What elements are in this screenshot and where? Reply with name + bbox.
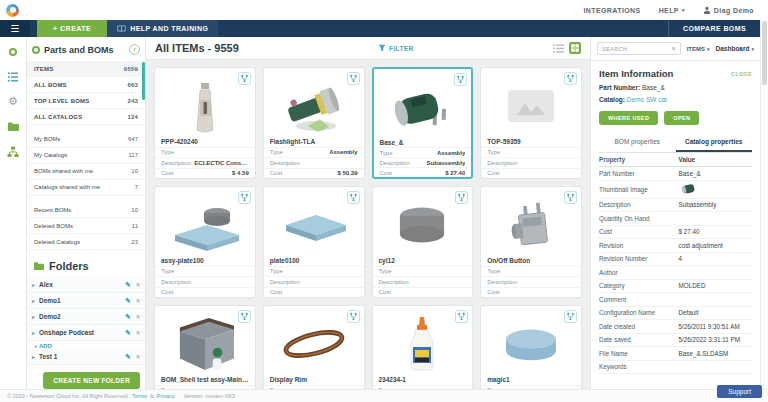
tab-catalog-properties[interactable]: Catalog properties — [676, 134, 753, 152]
where-used-button[interactable]: WHERE USED — [599, 111, 658, 125]
item-card-base-selected[interactable]: Base_& TypeAssembly DescriptionSubassemb… — [372, 67, 474, 179]
integrations-link[interactable]: INTEGRATIONS — [583, 7, 640, 14]
terms-link[interactable]: Terms — [132, 393, 147, 399]
branch-icon[interactable] — [564, 72, 577, 85]
hamburger-menu-icon[interactable]: ☰ — [0, 20, 30, 37]
folder-item-test-1[interactable]: ▸ Test 1 ✎ × — [27, 349, 145, 365]
collapse-sidebar-button[interactable]: ‹ — [129, 44, 140, 55]
clear-search-icon[interactable]: × — [672, 45, 676, 52]
compare-boms-button[interactable]: COMPARE BOMS — [668, 20, 760, 37]
item-card-cyl12[interactable]: cyl12 Type Description Cost — [372, 186, 474, 298]
app-body: ⚙ Parts and BOMs ‹ ITEMS9559 ALL BOMS663… — [0, 37, 768, 389]
sidebar-item-items[interactable]: ITEMS9559 — [27, 61, 145, 77]
item-card-234234-1[interactable]: 234234-1 Type Description Cost — [372, 305, 474, 389]
delete-x-icon[interactable]: × — [136, 297, 140, 304]
user-menu[interactable]: Diag Demo — [703, 6, 754, 14]
item-information-title: Item Information — [599, 68, 731, 79]
parts-and-boms-rail-icon[interactable] — [7, 45, 20, 58]
sidebar-scrollbar-thumb[interactable] — [142, 62, 145, 100]
search-input[interactable] — [602, 46, 672, 52]
edit-pencil-icon[interactable]: ✎ — [125, 353, 131, 361]
sidebar-item-top-level-boms[interactable]: TOP LEVEL BOMS243 — [27, 93, 145, 109]
edit-pencil-icon[interactable]: ✎ — [125, 281, 131, 289]
item-name: Flashlight-TLA — [264, 134, 364, 147]
edit-pencil-icon[interactable]: ✎ — [125, 313, 131, 321]
branch-icon[interactable] — [347, 310, 360, 323]
grid-view-icon[interactable] — [569, 42, 581, 54]
caret-right-icon[interactable]: ▸ — [32, 281, 35, 288]
open-button[interactable]: OPEN — [664, 111, 699, 125]
branch-icon[interactable] — [347, 191, 360, 204]
table-row: Date saved5/26/2022 3:31:11 PM — [599, 334, 752, 348]
sidebar-item-deleted-catalogs[interactable]: Deleted Catalogs23 — [27, 234, 145, 250]
item-card-assy-plate100[interactable]: assy-plate100 Type Description Cost — [154, 186, 256, 298]
search-box[interactable]: × — [597, 42, 681, 55]
branch-icon[interactable] — [238, 72, 251, 85]
create-new-folder-button[interactable]: CREATE NEW FOLDER — [43, 372, 140, 389]
item-card-top-59359[interactable]: TOP-59359 Type Description Cost — [480, 67, 582, 179]
create-button[interactable]: + CREATE — [37, 20, 107, 37]
item-name: Display Rim — [264, 372, 364, 385]
support-button[interactable]: Support — [717, 385, 762, 398]
scrollbar-thumb[interactable] — [762, 21, 767, 85]
add-folder-link[interactable]: + ADD — [27, 341, 145, 349]
page-scrollbar[interactable] — [760, 20, 768, 389]
help-and-training-button[interactable]: HELP AND TRAINING — [107, 20, 218, 37]
item-name: PPP-420240 — [155, 134, 255, 147]
bom-list-rail-icon[interactable] — [7, 70, 20, 83]
properties-table: Property Value Part NumberBase_& Thumbna… — [599, 153, 752, 389]
edit-pencil-icon[interactable]: ✎ — [125, 297, 131, 305]
help-menu[interactable]: HELP ▾ — [659, 7, 685, 14]
folder-item-demo2[interactable]: ▸ Demo2 ✎ × — [27, 309, 145, 325]
branch-icon[interactable] — [347, 72, 360, 85]
sidebar-item-my-boms[interactable]: My BOMs647 — [27, 132, 145, 148]
caret-right-icon[interactable]: ▸ — [32, 329, 35, 336]
edit-pencil-icon[interactable]: ✎ — [125, 329, 131, 337]
items-dropdown[interactable]: ITEMS ▾ — [687, 46, 710, 52]
branch-icon[interactable] — [454, 73, 467, 86]
privacy-link[interactable]: Privacy — [157, 393, 175, 399]
sidebar-item-recent-boms[interactable]: Recent BOMs10 — [27, 202, 145, 218]
item-card-on-off-button[interactable]: On/Off Button Type Description Cost — [480, 186, 582, 298]
caret-right-icon[interactable]: ▸ — [32, 353, 35, 360]
item-card-display-rim[interactable]: Display Rim Type Description Cost — [263, 305, 365, 389]
tab-bom-properties[interactable]: BOM properties — [599, 134, 676, 152]
branch-icon[interactable] — [238, 310, 251, 323]
app-logo[interactable] — [6, 4, 19, 17]
dashboard-dropdown[interactable]: Dashboard ▾ — [716, 45, 754, 52]
sidebar-item-catalogs-shared[interactable]: Catalogs shared with me7 — [27, 180, 145, 196]
item-name: assy-plate100 — [155, 253, 255, 266]
catalog-link[interactable]: Demo SW cat — [627, 96, 667, 103]
item-card-flashlight-tla[interactable]: Flashlight-TLA TypeAssembly Description … — [263, 67, 365, 179]
sidebar-item-all-catalogs[interactable]: ALL CATALOGS124 — [27, 109, 145, 125]
branch-icon[interactable] — [455, 191, 468, 204]
item-card-bom-shell[interactable]: BOM_Shell test assy-Main-Shell A... Type… — [154, 305, 256, 389]
delete-x-icon[interactable]: × — [136, 313, 140, 320]
part-thumbnail-base-cylinder — [374, 79, 472, 135]
settings-gear-icon[interactable]: ⚙ — [7, 95, 20, 108]
branch-icon[interactable] — [564, 310, 577, 323]
caret-right-icon[interactable]: ▸ — [32, 297, 35, 304]
delete-x-icon[interactable]: × — [136, 353, 140, 360]
folder-item-alex[interactable]: ▸ Alex ✎ × — [27, 277, 145, 293]
close-panel-button[interactable]: CLOSE — [731, 71, 752, 77]
caret-right-icon[interactable]: ▸ — [32, 313, 35, 320]
folder-item-onshape-podcast[interactable]: ▸ Onshape Podcast ✎ × — [27, 325, 145, 341]
sidebar-item-my-catalogs[interactable]: My Catalogs117 — [27, 148, 145, 164]
item-card-magic1[interactable]: magic1 Type Description Cost — [480, 305, 582, 389]
filter-button[interactable]: FILTER — [378, 44, 414, 52]
folder-item-demo1[interactable]: ▸ Demo1 ✎ × — [27, 293, 145, 309]
delete-x-icon[interactable]: × — [136, 281, 140, 288]
sidebar-item-boms-shared[interactable]: BOMs shared with me10 — [27, 164, 145, 180]
hierarchy-share-icon[interactable] — [7, 145, 20, 158]
item-card-plate0100[interactable]: plate0100 Type Description Cost — [263, 186, 365, 298]
item-card-ppp-420240[interactable]: PPP-420240 Type DescriptionECLECTIC Cons… — [154, 67, 256, 179]
folders-rail-icon[interactable] — [7, 120, 20, 133]
sidebar-item-all-boms[interactable]: ALL BOMS663 — [27, 77, 145, 93]
branch-icon[interactable] — [455, 310, 468, 323]
branch-icon[interactable] — [564, 191, 577, 204]
sidebar-item-deleted-boms[interactable]: Deleted BOMs11 — [27, 218, 145, 234]
delete-x-icon[interactable]: × — [136, 329, 140, 336]
list-view-icon[interactable] — [553, 43, 564, 54]
branch-icon[interactable] — [238, 191, 251, 204]
